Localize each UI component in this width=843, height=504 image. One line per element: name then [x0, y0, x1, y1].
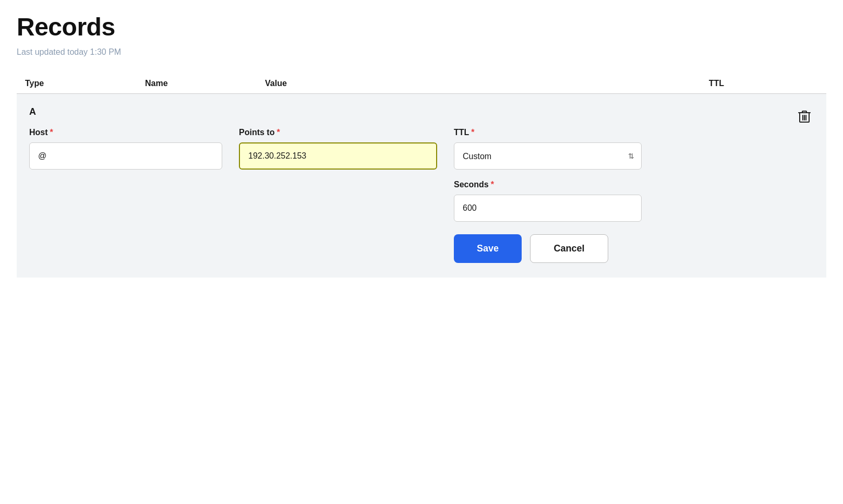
record-row: A Host * Points to * TTL * [17, 94, 826, 278]
trash-icon [798, 110, 811, 124]
points-to-label: Points to * [239, 128, 437, 137]
table-header: Type Name Value TTL [17, 74, 826, 94]
page-title: Records [17, 13, 826, 41]
host-input[interactable] [29, 142, 222, 170]
record-type-label: A [29, 106, 814, 117]
action-buttons: Save Cancel [454, 234, 642, 263]
points-to-input[interactable] [239, 142, 437, 170]
ttl-select-wrapper: Auto Custom 1 min 5 min 30 min 1 hour 12… [454, 142, 642, 170]
delete-record-button[interactable] [795, 106, 814, 129]
cancel-button[interactable]: Cancel [530, 234, 608, 263]
save-button[interactable]: Save [454, 234, 522, 263]
seconds-input[interactable] [454, 195, 642, 222]
host-required-star: * [50, 128, 53, 137]
ttl-required-star: * [471, 128, 474, 137]
seconds-required-star: * [491, 180, 494, 189]
ttl-field-group: TTL * Auto Custom 1 min 5 min 30 min 1 h… [454, 128, 642, 170]
host-label: Host * [29, 128, 222, 137]
col-header-name: Name [145, 79, 265, 88]
host-field-group: Host * [29, 128, 222, 170]
ttl-label: TTL * [454, 128, 642, 137]
last-updated-text: Last updated today 1:30 PM [17, 47, 826, 57]
col-header-ttl: TTL [599, 79, 745, 88]
points-to-field-group: Points to * [239, 128, 437, 170]
ttl-section: TTL * Auto Custom 1 min 5 min 30 min 1 h… [454, 128, 642, 263]
col-header-value: Value [265, 79, 599, 88]
points-to-required-star: * [276, 128, 280, 137]
seconds-label: Seconds * [454, 180, 642, 189]
seconds-field-group: Seconds * [454, 180, 642, 222]
col-header-type: Type [25, 79, 145, 88]
ttl-select[interactable]: Auto Custom 1 min 5 min 30 min 1 hour 12… [454, 142, 642, 170]
record-fields: Host * Points to * TTL * [29, 128, 814, 263]
